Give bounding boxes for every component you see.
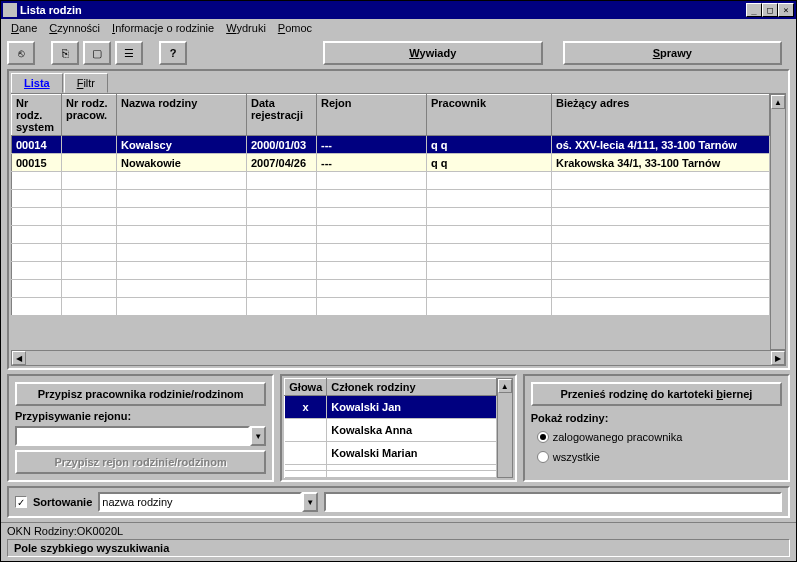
families-table[interactable]: Nr rodz. system Nr rodz. pracow. Nazwa r… xyxy=(11,94,770,316)
toolbar-btn-2[interactable]: ⎘ xyxy=(51,41,79,65)
col-nazwa[interactable]: Nazwa rodziny xyxy=(117,95,247,136)
sort-combo-dropdown[interactable]: ▼ xyxy=(302,492,318,512)
app-icon xyxy=(3,3,17,17)
menu-informacje[interactable]: Informacje o rodzinie xyxy=(106,20,220,36)
filter-input[interactable] xyxy=(324,492,782,512)
col-adres[interactable]: Bieżący adres xyxy=(552,95,770,136)
member-row[interactable]: Kowalska Anna xyxy=(285,418,496,441)
menu-dane[interactable]: Dane xyxy=(5,20,43,36)
members-table[interactable]: Głowa Członek rodziny xKowalski JanKowal… xyxy=(284,378,496,478)
properties-icon: ☰ xyxy=(124,47,134,60)
vertical-scrollbar[interactable]: ▲ xyxy=(770,94,786,350)
table-row-empty xyxy=(12,298,770,316)
table-row-empty xyxy=(12,226,770,244)
scroll-up-icon[interactable]: ▲ xyxy=(771,95,785,109)
sort-checkbox[interactable]: ✓ xyxy=(15,496,27,508)
menu-pomoc[interactable]: Pomoc xyxy=(272,20,318,36)
pokaz-rodziny-label: Pokaż rodziny: xyxy=(531,412,782,424)
quick-search-label: Pole szybkiego wyszukiwania xyxy=(7,539,790,557)
przenies-button[interactable]: Przenieś rodzinę do kartoteki biernej xyxy=(531,382,782,406)
sprawy-button[interactable]: Sprawy xyxy=(563,41,783,65)
menu-czynnosci[interactable]: Czynności xyxy=(43,20,106,36)
titlebar: Lista rodzin _ □ × xyxy=(1,1,796,19)
member-row[interactable]: xKowalski Jan xyxy=(285,396,496,419)
table-row-empty xyxy=(12,172,770,190)
app-window: Lista rodzin _ □ × Dane Czynności Inform… xyxy=(0,0,797,562)
table-row-empty xyxy=(12,262,770,280)
toolbar-btn-1[interactable]: ⎋ xyxy=(7,41,35,65)
radio-icon xyxy=(537,451,549,463)
sort-label: Sortowanie xyxy=(33,496,92,508)
scroll-left-icon[interactable]: ◀ xyxy=(12,351,26,365)
toolbar-btn-help[interactable]: ? xyxy=(159,41,187,65)
member-row[interactable]: Kowalski Marian xyxy=(285,441,496,464)
sort-combo[interactable]: nazwa rodziny xyxy=(98,492,302,512)
table-row-empty xyxy=(12,280,770,298)
horizontal-scrollbar[interactable]: ◀ ▶ xyxy=(11,350,786,366)
members-scroll-up-icon[interactable]: ▲ xyxy=(498,379,512,393)
scroll-right-icon[interactable]: ▶ xyxy=(771,351,785,365)
col-data[interactable]: Data rejestracji xyxy=(247,95,317,136)
col-glowa[interactable]: Głowa xyxy=(285,379,327,396)
copy-icon: ⎘ xyxy=(62,47,69,59)
window-title: Lista rodzin xyxy=(20,4,746,16)
toolbar-btn-4[interactable]: ☰ xyxy=(115,41,143,65)
member-row-empty xyxy=(285,464,496,471)
minimize-button[interactable]: _ xyxy=(746,3,762,17)
przypisywanie-rejonu-label: Przypisywanie rejonu: xyxy=(15,410,266,422)
menubar: Dane Czynności Informacje o rodzinie Wyd… xyxy=(1,19,796,37)
table-row-empty xyxy=(12,190,770,208)
rejon-combo-dropdown[interactable]: ▼ xyxy=(250,426,266,446)
rejon-combo[interactable] xyxy=(15,426,250,446)
wywiady-button[interactable]: Wywiady xyxy=(323,41,543,65)
table-row[interactable]: 00014Kowalscy2000/01/03---q qoś. XXV-lec… xyxy=(12,136,770,154)
members-scrollbar[interactable]: ▲ xyxy=(497,378,513,478)
radio-wszystkie[interactable]: wszystkie xyxy=(531,450,782,464)
radio-icon xyxy=(537,431,549,443)
col-pracownik[interactable]: Pracownik xyxy=(427,95,552,136)
new-icon: ▢ xyxy=(92,47,102,60)
table-row-empty xyxy=(12,208,770,226)
close-button[interactable]: × xyxy=(778,3,794,17)
col-nr-pracow[interactable]: Nr rodz. pracow. xyxy=(62,95,117,136)
col-nr-system[interactable]: Nr rodz. system xyxy=(12,95,62,136)
radio-zalogowanego[interactable]: zalogowanego pracownika xyxy=(531,430,782,444)
col-rejon[interactable]: Rejon xyxy=(317,95,427,136)
menu-wydruki[interactable]: Wydruki xyxy=(220,20,272,36)
tab-filtr[interactable]: Filtr xyxy=(64,73,108,93)
exit-icon: ⎋ xyxy=(18,47,25,59)
table-row[interactable]: 00015Nowakowie2007/04/26---q qKrakowska … xyxy=(12,154,770,172)
toolbar: ⎋ ⎘ ▢ ☰ ? Wywiady Sprawy xyxy=(1,37,796,69)
status-bar: OKN Rodziny:OK0020L xyxy=(1,522,796,539)
toolbar-btn-3[interactable]: ▢ xyxy=(83,41,111,65)
table-row-empty xyxy=(12,244,770,262)
member-row-empty xyxy=(285,471,496,478)
przypisz-pracownika-button[interactable]: Przypisz pracownika rodzinie/rodzinom xyxy=(15,382,266,406)
col-czlonek[interactable]: Członek rodziny xyxy=(327,379,496,396)
przypisz-rejon-button[interactable]: Przypisz rejon rodzinie/rodzinom xyxy=(15,450,266,474)
maximize-button[interactable]: □ xyxy=(762,3,778,17)
tab-lista[interactable]: Lista xyxy=(11,73,63,93)
help-icon: ? xyxy=(170,47,177,59)
